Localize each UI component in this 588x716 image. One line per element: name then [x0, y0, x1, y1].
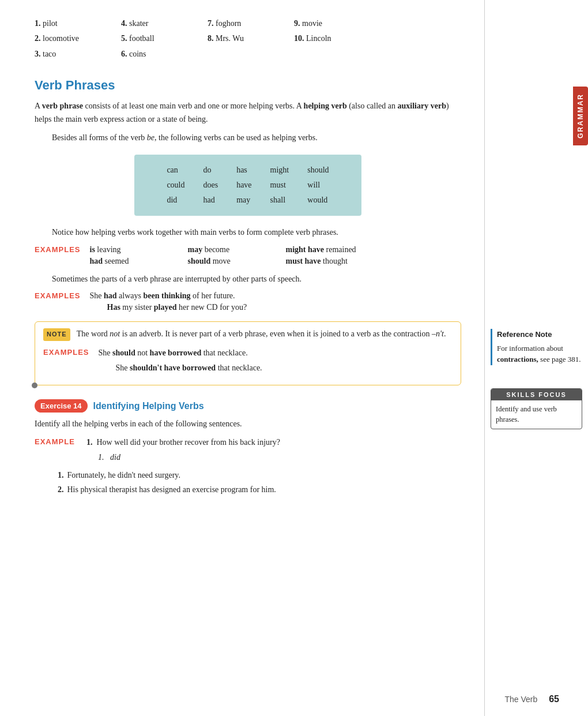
list-item: 8. Mrs. Wu: [208, 32, 294, 45]
exercise-title-row: Exercise 14 Identifying Helping Verbs: [35, 399, 461, 413]
verb-cell: would: [304, 194, 332, 207]
list-item: 1. pilot: [35, 17, 121, 30]
list-item: 6. coins: [121, 48, 208, 61]
example-item: must have thought: [286, 257, 401, 266]
verb-cell: did: [163, 194, 188, 207]
page-footer: The Verb 65: [504, 688, 576, 710]
exercise-example-row: EXAMPLE 1. How well did your brother rec…: [35, 436, 461, 464]
item-text: His physical therapist has designed an e…: [67, 482, 276, 497]
right-sidebar: GRAMMAR Reference Note For information a…: [484, 0, 588, 716]
list-item: 3. taco: [35, 48, 121, 61]
verb-cell: have: [233, 179, 255, 192]
reference-note: Reference Note For information about con…: [491, 329, 582, 365]
examples-content-1: is leaving may become might have remaine…: [90, 245, 401, 266]
exercise-item-1: 1. Fortunately, he didn't need surgery.: [58, 468, 461, 482]
item-num: 2.: [35, 34, 41, 43]
verb-table-wrapper: can do has might should could does have …: [35, 155, 461, 216]
note-examples-row: EXAMPLES She should not have borrowed th…: [43, 347, 453, 375]
exercise-instruction: Identify all the helping verbs in each o…: [35, 417, 461, 431]
exercise-item-2: 2. His physical therapist has designed a…: [58, 482, 461, 497]
examples-block-1: EXAMPLES is leaving may become might hav…: [35, 245, 461, 266]
verb-cell: does: [199, 179, 221, 192]
item-num: 1.: [35, 19, 41, 28]
item-num: 8.: [208, 34, 214, 43]
body-paragraph-3: Notice how helping verbs work together w…: [35, 226, 461, 239]
note-examples-label: EXAMPLES: [43, 347, 89, 359]
exercise-example-answer: 1. did: [98, 451, 280, 464]
section-title: Verb Phrases: [35, 78, 461, 93]
grammar-tab: GRAMMAR: [573, 87, 588, 145]
verb-cell: must: [267, 179, 293, 192]
exercise-example-label: EXAMPLE: [35, 436, 81, 448]
note-example-1: She should not have borrowed that neckla…: [99, 347, 262, 359]
item-num: 7.: [208, 19, 214, 28]
examples-content-2: She had always been thinking of her futu…: [90, 291, 247, 312]
list-item: 9. movie: [294, 17, 380, 30]
body-paragraph-4: Sometimes the parts of a verb phrase are…: [35, 273, 461, 286]
verb-cell: shall: [267, 194, 293, 207]
body-paragraph-2: Besides all forms of the verb be, the fo…: [35, 132, 461, 144]
note-examples-content: She should not have borrowed that neckla…: [99, 347, 262, 375]
example-item: might have remained: [286, 245, 401, 254]
verb-cell: may: [233, 194, 255, 207]
note-examples: EXAMPLES She should not have borrowed th…: [43, 347, 453, 375]
example-item: should move: [188, 257, 286, 266]
item-num: 10.: [294, 34, 304, 43]
item-number: 2.: [58, 482, 64, 497]
page-number: 65: [549, 694, 559, 704]
skills-focus-header: SKILLS FOCUS: [491, 389, 582, 400]
examples-grid-1: is leaving may become might have remaine…: [90, 245, 401, 266]
list-item: 4. skater: [121, 17, 208, 30]
item-num: 5.: [121, 34, 127, 43]
exercise-section: Exercise 14 Identifying Helping Verbs Id…: [35, 399, 461, 497]
examples-label-1: EXAMPLES: [35, 245, 81, 254]
exercise-example-sentence: 1. How well did your brother recover fro…: [86, 436, 280, 449]
example-sentence-1: She had always been thinking of her futu…: [90, 291, 247, 301]
item-number: 1.: [58, 468, 64, 482]
examples-block-2: EXAMPLES She had always been thinking of…: [35, 291, 461, 312]
page-wrapper: 1. pilot 4. skater 7. foghorn 9. movie 2…: [0, 0, 588, 716]
note-box: NOTE The word not is an adverb. It is ne…: [35, 321, 461, 385]
item-num: 4.: [121, 19, 127, 28]
verb-cell: should: [304, 164, 332, 177]
list-item: 5. football: [121, 32, 208, 45]
reference-note-text: For information about contractions, see …: [497, 343, 582, 365]
list-item: 10. Lincoln: [294, 32, 380, 45]
example-item: may become: [188, 245, 286, 254]
verb-cell: will: [304, 179, 332, 192]
example-sentence-2: Has my sister played her new CD for you?: [107, 303, 247, 312]
skills-focus-box: SKILLS FOCUS Identify and use verb phras…: [491, 388, 582, 430]
note-circle-icon: [32, 383, 37, 388]
list-item: 7. foghorn: [208, 17, 294, 30]
item-text: Fortunately, he didn't need surgery.: [67, 468, 180, 482]
note-label: NOTE: [43, 328, 70, 341]
exercise-badge: Exercise 14: [35, 399, 88, 413]
verb-table-inner: can do has might should could does have …: [152, 162, 344, 209]
reference-note-title: Reference Note: [497, 329, 582, 340]
body-paragraph-1: A verb phrase consists of at least one m…: [35, 100, 461, 126]
verb-cell: do: [199, 164, 221, 177]
exercise-body: Identify all the helping verbs in each o…: [35, 417, 461, 497]
examples-label-2: EXAMPLES: [35, 291, 81, 300]
list-item: 2. locomotive: [35, 32, 121, 45]
exercise-example-content: 1. How well did your brother recover fro…: [86, 436, 280, 464]
skills-focus-body: Identify and use verb phrases.: [491, 400, 582, 429]
main-content: 1. pilot 4. skater 7. foghorn 9. movie 2…: [0, 0, 484, 716]
example-item: is leaving: [90, 245, 188, 254]
verb-cell: could: [163, 179, 188, 192]
verb-cell: has: [233, 164, 255, 177]
item-num: 6.: [121, 50, 127, 58]
verb-table: can do has might should could does have …: [134, 155, 361, 216]
exercise-title: Identifying Helping Verbs: [93, 401, 204, 411]
note-example-2: She shouldn't have borrowed that necklac…: [116, 362, 262, 374]
verb-cell: might: [267, 164, 293, 177]
footer-text: The Verb: [504, 695, 537, 704]
top-list: 1. pilot 4. skater 7. foghorn 9. movie 2…: [35, 17, 461, 61]
verb-cell: can: [163, 164, 188, 177]
item-num: 9.: [294, 19, 300, 28]
item-num: 3.: [35, 50, 41, 58]
exercise-items: 1. Fortunately, he didn't need surgery. …: [58, 468, 461, 497]
example-item: had seemed: [90, 257, 188, 266]
verb-cell: had: [199, 194, 221, 207]
